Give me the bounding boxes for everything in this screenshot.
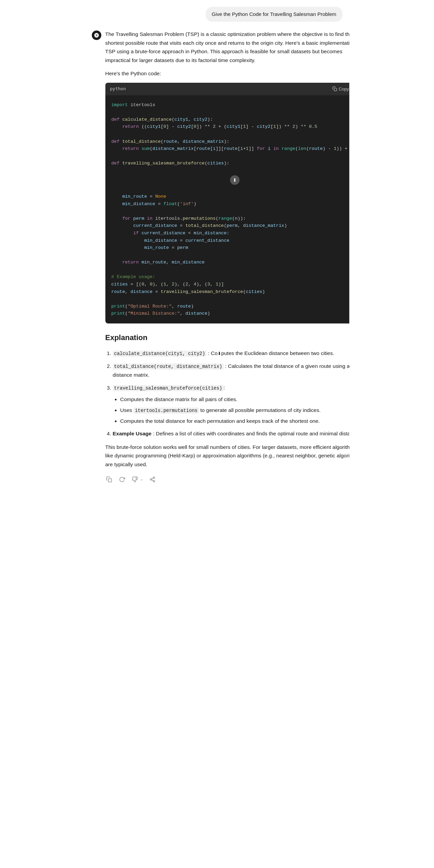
explanation-code-3: travelling_salesman_bruteforce(cities) <box>113 385 224 391</box>
assistant-logo-icon <box>94 33 99 38</box>
user-message-bubble: Give the Python Code for Travelling Sale… <box>206 7 343 22</box>
bullet-3-3: Computes the total distance for each per… <box>120 417 349 426</box>
thumbs-down-chevron[interactable]: ⌄ <box>140 476 143 482</box>
user-message-text: Give the Python Code for Travelling Sale… <box>212 11 336 17</box>
share-button[interactable] <box>149 476 156 483</box>
explanation-item-2: total_distance(route, distance_matrix) :… <box>113 362 349 379</box>
svg-point-2 <box>153 477 155 478</box>
explanation-item-3: travelling_salesman_bruteforce(cities): … <box>113 383 349 425</box>
scroll-down-icon: ⬇ <box>230 175 240 185</box>
explanation-bullets-3: Computes the distance matrix for all pai… <box>113 395 349 425</box>
code-block-header: python Copy code <box>105 83 349 95</box>
intro-paragraph: The Travelling Salesman Problem (TSP) is… <box>105 30 349 64</box>
code-language-label: python <box>110 85 126 93</box>
explanation-list: calculate_distance(city1, city2) : Co⬇pu… <box>105 349 349 438</box>
closing-paragraph: This brute-force solution works well for… <box>105 443 349 469</box>
explanation-text-3: : <box>224 385 225 391</box>
explanation-item-1: calculate_distance(city1, city2) : Co⬇pu… <box>113 349 349 358</box>
assistant-response: The Travelling Salesman Problem (TSP) is… <box>92 30 343 483</box>
explanation-code-2: total_distance(route, distance_matrix) <box>113 363 224 370</box>
copy-response-button[interactable] <box>105 476 113 483</box>
copy-button-label: Copy code <box>339 86 349 92</box>
thumbs-down-icon <box>132 476 138 482</box>
code-content-part1: import itertools def calculate_distance(… <box>105 95 349 173</box>
bullet-3-1: Computes the distance matrix for all pai… <box>120 395 349 404</box>
code-intro-label: Here's the Python code: <box>105 69 349 78</box>
copy-action-icon <box>106 476 112 482</box>
svg-rect-1 <box>108 478 111 482</box>
explanation-item-4: Example Usage : Defines a list of cities… <box>113 429 349 438</box>
explanation-code-1: calculate_distance(city1, city2) <box>113 351 207 357</box>
explanation-bold-4: Example Usage <box>113 431 152 436</box>
code-block: python Copy code import itertools def ca… <box>105 83 349 323</box>
regenerate-button[interactable] <box>118 476 126 483</box>
svg-line-5 <box>151 480 153 481</box>
svg-line-6 <box>151 478 153 479</box>
bullet-3-2: Uses itertools.permutations to generate … <box>120 406 349 415</box>
thumbs-down-wrapper: ⌄ <box>131 476 143 483</box>
action-bar: ⌄ <box>105 476 349 483</box>
scroll-indicator[interactable]: ⬇ <box>105 173 349 187</box>
user-message-container: Give the Python Code for Travelling Sale… <box>92 7 343 22</box>
refresh-icon <box>119 476 125 482</box>
bullet-code-3-2: itertools.permutations <box>133 408 199 414</box>
explanation-text-4: : Defines a list of cities with coordina… <box>153 431 349 436</box>
svg-point-3 <box>150 478 152 480</box>
copy-icon <box>332 86 337 91</box>
assistant-avatar <box>92 31 101 40</box>
svg-point-4 <box>153 480 155 482</box>
response-body: The Travelling Salesman Problem (TSP) is… <box>105 30 349 483</box>
thumbs-down-button[interactable] <box>131 476 139 483</box>
svg-rect-0 <box>334 88 337 91</box>
explanation-text-1: : Co⬇putes the Euclidean distance betwee… <box>208 350 334 356</box>
code-content-part2: min_route = None min_distance = float('i… <box>105 187 349 323</box>
copy-code-button[interactable]: Copy code <box>332 86 349 92</box>
share-icon <box>149 476 156 482</box>
explanation-heading: Explanation <box>105 332 349 343</box>
